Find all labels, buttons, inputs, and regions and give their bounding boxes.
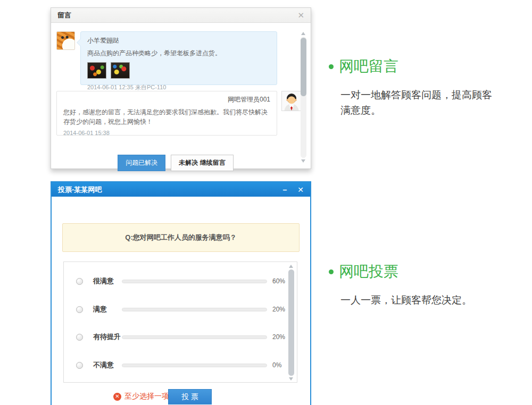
person-icon [282, 91, 301, 111]
poll-question-box: Q:您对网吧工作人员的服务满意吗？ [62, 223, 300, 252]
option-label: 有待提升 [93, 332, 121, 342]
scrollbar-thumb[interactable] [288, 269, 294, 376]
result-bar-track [122, 308, 267, 311]
error-icon: ✕ [113, 393, 121, 401]
scroll-down-icon[interactable] [289, 377, 293, 381]
message-window-title: 留言 [57, 11, 71, 20]
vote-window-titlebar: 投票-某某网吧 – ✕ [52, 182, 310, 197]
minimize-icon[interactable]: – [282, 186, 287, 193]
poll-option-row: 很满意60% [64, 276, 297, 286]
feature-vote: 网吧投票 一人一票，让顾客帮您决定。 [329, 261, 504, 308]
vote-window: 投票-某某网吧 – ✕ Q:您对网吧工作人员的服务满意吗？ 不满意0%有待提升2… [51, 181, 311, 405]
result-bar-track [122, 280, 267, 283]
close-icon[interactable]: ✕ [297, 11, 304, 19]
customer-message-text: 商品点购的产品种类略少，希望老板多进点货。 [87, 49, 270, 58]
feature-description: 一人一票，让顾客帮您决定。 [340, 292, 498, 308]
page: 留言 ✕ 小羊爱蹦跶 商品点购的产品种类略少，希望老板多进点货。 2014-06… [0, 0, 532, 405]
admin-avatar [281, 91, 302, 111]
option-percent: 20% [272, 333, 285, 341]
scrollbar-thumb[interactable] [301, 38, 306, 96]
message-actions: 问题已解决 未解决 继续留言 [51, 155, 300, 171]
admin-name: 网吧管理员001 [63, 95, 270, 104]
poll-question: Q:您对网吧工作人员的服务满意吗？ [125, 233, 236, 242]
option-label: 不满意 [93, 360, 114, 370]
poll-option-row: 满意20% [64, 304, 297, 315]
feature-message: 网吧留言 一对一地解答顾客问题，提高顾客满意度。 [329, 56, 504, 119]
customer-avatar [56, 31, 75, 50]
customer-timestamp: 2014-06-01 12:35 来自PC-110 [87, 83, 270, 91]
vote-button[interactable]: 投 票 [168, 389, 212, 404]
feature-title: 网吧投票 [339, 261, 398, 282]
radio-button[interactable] [76, 278, 83, 285]
option-percent: 20% [272, 306, 285, 313]
customer-message-bubble: 小羊爱蹦跶 商品点购的产品种类略少，希望老板多进点货。 2014-06-01 1… [80, 31, 277, 85]
vote-bottom-bar: ✕ 至少选择一项 投 票 [52, 389, 310, 405]
close-icon[interactable]: ✕ [297, 186, 304, 193]
option-label: 满意 [93, 305, 107, 314]
vote-window-title: 投票-某某网吧 [58, 185, 102, 195]
unresolved-continue-button[interactable]: 未解决 继续留言 [171, 155, 233, 171]
feature-title: 网吧留言 [339, 56, 398, 77]
admin-reply-text: 您好，感谢您的留言，无法满足您的要求我们深感抱歉。我们将尽快解决存货少的问题，祝… [63, 107, 270, 126]
poll-options-panel: 不满意0%有待提升20%满意20%很满意60% [63, 261, 297, 383]
message-window-titlebar: 留言 ✕ [51, 8, 311, 23]
scroll-up-icon[interactable] [289, 265, 293, 268]
validation-text: 至少选择一项 [124, 392, 169, 401]
poll-option-row: 不满意0% [64, 360, 297, 370]
options-scrollbar[interactable] [288, 269, 294, 376]
customer-name: 小羊爱蹦跶 [87, 36, 270, 45]
attachment-row [87, 62, 270, 79]
radio-button[interactable] [76, 362, 83, 369]
validation-message: ✕ 至少选择一项 [113, 392, 169, 401]
admin-reply-box: 网吧管理员001 您好，感谢您的留言，无法满足您的要求我们深感抱歉。我们将尽快解… [56, 91, 277, 136]
scroll-down-icon[interactable] [301, 159, 305, 163]
message-window-body: 小羊爱蹦跶 商品点购的产品种类略少，希望老板多进点货。 2014-06-01 1… [51, 23, 311, 168]
result-bar-track [122, 335, 267, 339]
bullet-icon [329, 64, 334, 69]
result-bar-track [122, 364, 267, 367]
message-scrollbar[interactable] [301, 37, 306, 158]
attachment-image[interactable] [87, 62, 106, 79]
problem-resolved-button[interactable]: 问题已解决 [118, 155, 165, 171]
poll-option-row: 有待提升20% [64, 332, 297, 342]
option-label: 很满意 [93, 276, 114, 286]
vote-window-body: Q:您对网吧工作人员的服务满意吗？ 不满意0%有待提升20%满意20%很满意60… [52, 197, 310, 405]
feature-description: 一对一地解答顾客问题，提高顾客满意度。 [340, 87, 498, 119]
radio-button[interactable] [76, 334, 83, 341]
bullet-icon [329, 269, 334, 274]
message-window: 留言 ✕ 小羊爱蹦跶 商品点购的产品种类略少，希望老板多进点货。 2014-06… [51, 7, 311, 169]
option-percent: 0% [272, 361, 281, 369]
radio-button[interactable] [76, 306, 83, 313]
scroll-up-icon[interactable] [301, 32, 305, 35]
option-percent: 60% [272, 277, 285, 285]
admin-timestamp: 2014-06-01 15:38 [63, 130, 270, 136]
attachment-image[interactable] [111, 62, 130, 79]
